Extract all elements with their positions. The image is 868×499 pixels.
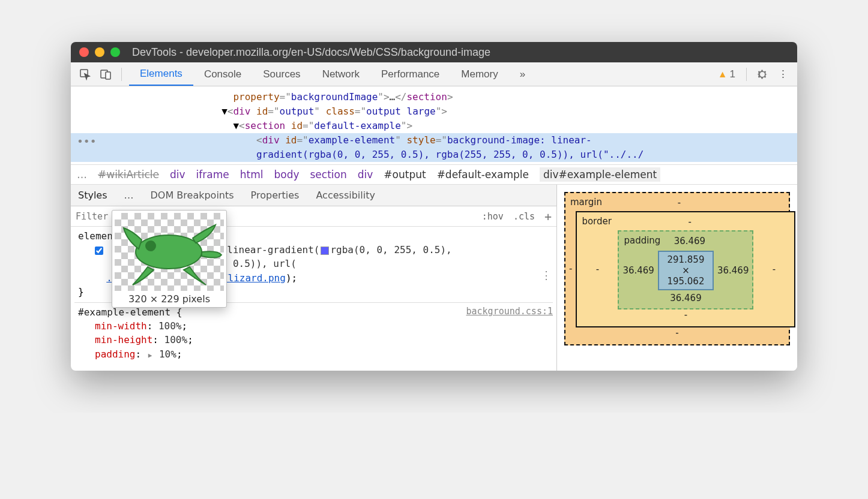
hov-toggle[interactable]: :hov bbox=[477, 211, 508, 222]
box-padding[interactable]: padding36.469 36.469 291.859 × 195.062 3… bbox=[618, 230, 753, 309]
crumb[interactable]: #wikiArticle bbox=[98, 169, 159, 181]
tab-elements[interactable]: Elements bbox=[129, 62, 193, 86]
crumb[interactable]: iframe bbox=[196, 169, 229, 181]
tab-network[interactable]: Network bbox=[312, 62, 370, 86]
styles-tab-styles[interactable]: Styles bbox=[78, 190, 107, 201]
box-margin[interactable]: margin- - border- - padding36.469 36.469… bbox=[564, 192, 790, 345]
new-rule-button[interactable]: + bbox=[540, 209, 556, 224]
warnings-count: 1 bbox=[730, 68, 735, 80]
image-dimensions: 320 × 229 pixels bbox=[115, 293, 224, 305]
close-window-button[interactable] bbox=[79, 47, 89, 57]
rule-stylesheet[interactable]: background.css:1 #example-element { min-… bbox=[74, 302, 553, 361]
tab-sources[interactable]: Sources bbox=[252, 62, 311, 86]
warnings-badge[interactable]: ▲ 1 bbox=[718, 68, 735, 80]
dom-line[interactable]: property="backgroundImage">…</section> bbox=[71, 90, 797, 104]
maximize-window-button[interactable] bbox=[110, 47, 120, 57]
settings-icon[interactable] bbox=[754, 66, 771, 83]
box-content[interactable]: 291.859 × 195.062 bbox=[658, 251, 714, 290]
declaration[interactable]: min-height: 100%; bbox=[78, 333, 553, 347]
svg-rect-2 bbox=[106, 72, 110, 79]
crumb-overflow[interactable]: … bbox=[77, 169, 87, 181]
crumb[interactable]: div bbox=[358, 169, 373, 181]
more-icon[interactable]: ⋮ bbox=[774, 66, 791, 83]
rule-source-link[interactable]: background.css:1 bbox=[466, 305, 553, 318]
crumb[interactable]: html bbox=[240, 169, 264, 181]
padding-label: padding bbox=[622, 234, 662, 248]
crumb[interactable]: div bbox=[170, 169, 185, 181]
toolbar-divider bbox=[746, 68, 747, 81]
crumb-current[interactable]: div#example-element bbox=[540, 167, 660, 182]
toolbar-divider bbox=[121, 68, 122, 81]
svg-point-3 bbox=[136, 235, 202, 269]
inspect-icon[interactable] bbox=[77, 66, 94, 83]
warning-icon: ▲ bbox=[718, 69, 728, 80]
svg-point-4 bbox=[146, 241, 155, 251]
dom-line[interactable]: ▼<section id="default-example"> bbox=[71, 119, 797, 133]
crumb[interactable]: #default-example bbox=[437, 169, 529, 181]
breadcrumbs[interactable]: … #wikiArticle div iframe html body sect… bbox=[71, 164, 797, 185]
window-title: DevTools - developer.mozilla.org/en-US/d… bbox=[132, 46, 490, 59]
tab-performance[interactable]: Performance bbox=[370, 62, 450, 86]
box-model-pane: margin- - border- - padding36.469 36.469… bbox=[557, 185, 797, 371]
crumb[interactable]: section bbox=[310, 169, 346, 181]
main-toolbar: Elements Console Sources Network Perform… bbox=[71, 62, 797, 86]
styles-tab-properties[interactable]: Properties bbox=[251, 190, 300, 201]
dom-line[interactable]: ▼<div id="output" class="output large"> bbox=[71, 104, 797, 119]
image-preview bbox=[115, 213, 224, 291]
declaration[interactable]: min-width: 100%; bbox=[78, 319, 553, 333]
box-border[interactable]: border- - padding36.469 36.469 291.859 ×… bbox=[576, 211, 795, 327]
device-toggle-icon[interactable] bbox=[97, 66, 114, 83]
styles-tab-dom-breakpoints[interactable]: DOM Breakpoints bbox=[151, 190, 234, 201]
border-label: border bbox=[580, 215, 613, 229]
crumb[interactable]: body bbox=[274, 169, 299, 181]
panel-tabs: Elements Console Sources Network Perform… bbox=[129, 62, 536, 86]
dom-line-selected[interactable]: gradient(rgba(0, 0, 255, 0.5), rgba(255,… bbox=[71, 148, 797, 162]
tab-console[interactable]: Console bbox=[193, 62, 252, 86]
titlebar: DevTools - developer.mozilla.org/en-US/d… bbox=[71, 42, 797, 62]
minimize-window-button[interactable] bbox=[95, 47, 104, 57]
color-swatch-icon[interactable] bbox=[321, 247, 329, 255]
devtools-window: DevTools - developer.mozilla.org/en-US/d… bbox=[71, 42, 797, 371]
tab-memory[interactable]: Memory bbox=[450, 62, 508, 86]
ellipsis-icon[interactable]: ••• bbox=[77, 133, 97, 149]
cls-toggle[interactable]: .cls bbox=[508, 211, 540, 222]
styles-tab-overflow[interactable]: … bbox=[124, 190, 134, 201]
styles-tabs: Styles … DOM Breakpoints Properties Acce… bbox=[71, 185, 556, 206]
rule-menu-icon[interactable]: ⋮ bbox=[541, 267, 552, 283]
crumb[interactable]: #output bbox=[384, 169, 426, 181]
styles-tab-accessibility[interactable]: Accessibility bbox=[316, 190, 375, 201]
dom-tree[interactable]: property="backgroundImage">…</section> ▼… bbox=[71, 86, 797, 164]
tabs-overflow[interactable]: » bbox=[509, 62, 536, 86]
decl-toggle[interactable] bbox=[95, 247, 103, 255]
image-preview-tooltip: 320 × 229 pixels bbox=[112, 210, 227, 308]
dom-line-selected[interactable]: ••• <div id="example-element" style="bac… bbox=[71, 133, 797, 148]
margin-label: margin bbox=[569, 196, 603, 210]
declaration[interactable]: padding: ▶ 10%; bbox=[78, 347, 553, 361]
traffic-lights bbox=[79, 47, 120, 57]
